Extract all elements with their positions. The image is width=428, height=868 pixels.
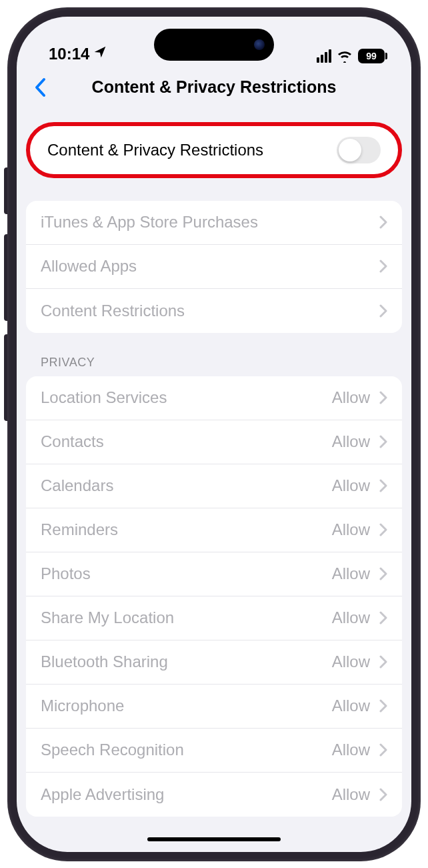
row-right: Allow bbox=[332, 741, 387, 759]
row-label: Microphone bbox=[41, 697, 124, 715]
chevron-right-icon bbox=[379, 567, 387, 580]
page-title: Content & Privacy Restrictions bbox=[27, 77, 401, 97]
row-value: Allow bbox=[332, 697, 370, 715]
row-label: Calendars bbox=[41, 476, 113, 495]
section-purchases: iTunes & App Store Purchases Allowed App… bbox=[26, 201, 402, 333]
row-microphone[interactable]: Microphone Allow bbox=[26, 685, 402, 729]
row-value: Allow bbox=[332, 476, 370, 495]
status-left: 10:14 bbox=[49, 45, 107, 63]
row-right bbox=[379, 260, 387, 273]
content-privacy-toggle-row[interactable]: Content & Privacy Restrictions bbox=[47, 126, 381, 174]
row-label: Speech Recognition bbox=[41, 741, 184, 759]
section-header-privacy: PRIVACY bbox=[26, 356, 402, 376]
chevron-right-icon bbox=[379, 304, 387, 318]
row-photos[interactable]: Photos Allow bbox=[26, 552, 402, 596]
row-contacts[interactable]: Contacts Allow bbox=[26, 420, 402, 464]
nav-bar: Content & Privacy Restrictions bbox=[17, 69, 411, 106]
row-label: Share My Location bbox=[41, 608, 174, 627]
row-bluetooth-sharing[interactable]: Bluetooth Sharing Allow bbox=[26, 640, 402, 685]
row-label: Content Restrictions bbox=[41, 302, 185, 320]
row-label: Bluetooth Sharing bbox=[41, 653, 168, 671]
chevron-right-icon bbox=[379, 611, 387, 624]
status-right: 99 bbox=[317, 49, 385, 63]
phone-frame: 10:14 99 Content & Priva bbox=[7, 7, 421, 861]
screen: 10:14 99 Content & Priva bbox=[17, 17, 411, 852]
row-label: Contacts bbox=[41, 432, 104, 451]
row-label: iTunes & App Store Purchases bbox=[41, 213, 258, 232]
row-label: Photos bbox=[41, 564, 91, 583]
row-right: Allow bbox=[332, 520, 387, 539]
row-location-services[interactable]: Location Services Allow bbox=[26, 376, 402, 420]
row-right: Allow bbox=[332, 476, 387, 495]
row-label: Apple Advertising bbox=[41, 785, 164, 804]
chevron-right-icon bbox=[379, 479, 387, 492]
row-speech-recognition[interactable]: Speech Recognition Allow bbox=[26, 729, 402, 773]
row-label: Reminders bbox=[41, 520, 118, 539]
signal-icon bbox=[317, 49, 331, 63]
row-right: Allow bbox=[332, 608, 387, 627]
row-apple-advertising[interactable]: Apple Advertising Allow bbox=[26, 773, 402, 817]
row-label: Allowed Apps bbox=[41, 257, 137, 276]
row-value: Allow bbox=[332, 564, 370, 583]
row-right bbox=[379, 215, 387, 229]
location-arrow-icon bbox=[93, 45, 107, 62]
row-right bbox=[379, 304, 387, 318]
home-indicator[interactable] bbox=[147, 837, 281, 841]
dynamic-island bbox=[154, 29, 274, 61]
chevron-right-icon bbox=[379, 260, 387, 273]
row-right: Allow bbox=[332, 785, 387, 804]
row-content-restrictions[interactable]: Content Restrictions bbox=[26, 289, 402, 333]
row-value: Allow bbox=[332, 520, 370, 539]
chevron-right-icon bbox=[379, 391, 387, 404]
row-value: Allow bbox=[332, 432, 370, 451]
back-button[interactable] bbox=[33, 76, 47, 99]
row-calendars[interactable]: Calendars Allow bbox=[26, 464, 402, 508]
row-value: Allow bbox=[332, 608, 370, 627]
row-share-my-location[interactable]: Share My Location Allow bbox=[26, 596, 402, 640]
toggle-knob bbox=[339, 139, 361, 161]
chevron-right-icon bbox=[379, 788, 387, 801]
row-label: Location Services bbox=[41, 388, 167, 407]
battery-icon: 99 bbox=[358, 49, 385, 63]
content-area: Content & Privacy Restrictions iTunes & … bbox=[17, 122, 411, 817]
row-value: Allow bbox=[332, 741, 370, 759]
section-privacy: Location Services Allow Contacts Allow C… bbox=[26, 376, 402, 817]
toggle-label: Content & Privacy Restrictions bbox=[47, 141, 263, 159]
chevron-right-icon bbox=[379, 215, 387, 229]
row-right: Allow bbox=[332, 564, 387, 583]
row-value: Allow bbox=[332, 785, 370, 804]
row-allowed-apps[interactable]: Allowed Apps bbox=[26, 245, 402, 289]
row-right: Allow bbox=[332, 432, 387, 451]
battery-level: 99 bbox=[366, 51, 377, 61]
wifi-icon bbox=[337, 49, 353, 63]
row-value: Allow bbox=[332, 388, 370, 407]
row-itunes-purchases[interactable]: iTunes & App Store Purchases bbox=[26, 201, 402, 245]
camera-dot bbox=[254, 39, 265, 50]
row-value: Allow bbox=[332, 653, 370, 671]
status-time: 10:14 bbox=[49, 45, 89, 63]
chevron-right-icon bbox=[379, 523, 387, 536]
row-right: Allow bbox=[332, 697, 387, 715]
chevron-right-icon bbox=[379, 699, 387, 713]
chevron-right-icon bbox=[379, 743, 387, 757]
row-reminders[interactable]: Reminders Allow bbox=[26, 508, 402, 552]
row-right: Allow bbox=[332, 388, 387, 407]
row-right: Allow bbox=[332, 653, 387, 671]
highlighted-toggle-section: Content & Privacy Restrictions bbox=[26, 122, 402, 178]
chevron-right-icon bbox=[379, 655, 387, 669]
toggle-switch[interactable] bbox=[337, 137, 381, 163]
chevron-right-icon bbox=[379, 435, 387, 448]
